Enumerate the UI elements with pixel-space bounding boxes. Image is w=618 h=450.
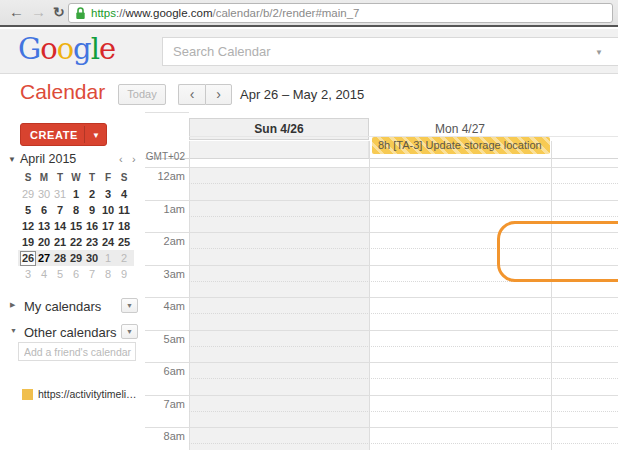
- google-logo-letter: o: [40, 32, 56, 66]
- mini-calendar-day[interactable]: 5: [20, 203, 36, 218]
- mini-calendar-day[interactable]: 23: [84, 235, 100, 250]
- hour-line: [145, 330, 618, 331]
- mini-calendar-day[interactable]: 4: [36, 267, 52, 282]
- mini-calendar-day[interactable]: 1: [68, 187, 84, 202]
- url-scheme: https: [91, 7, 116, 19]
- mini-calendar-day[interactable]: 2: [116, 251, 132, 266]
- mini-calendar-day[interactable]: 13: [36, 219, 52, 234]
- mini-calendar-day[interactable]: 24: [100, 235, 116, 250]
- mini-calendar-day[interactable]: 31: [52, 187, 68, 202]
- hour-line: [145, 427, 618, 428]
- other-calendars-menu-button[interactable]: ▼: [121, 324, 138, 339]
- my-calendars-label[interactable]: My calendars: [24, 299, 101, 314]
- mini-calendar-expander-icon[interactable]: ▼: [8, 155, 16, 164]
- mini-calendar-day[interactable]: 7: [52, 203, 68, 218]
- mini-calendar-day[interactable]: 7: [84, 267, 100, 282]
- search-options-caret-icon[interactable]: ▼: [595, 48, 603, 57]
- mini-calendar-dayhead: S: [116, 172, 132, 183]
- mini-calendar-day[interactable]: 2: [84, 187, 100, 202]
- back-icon[interactable]: ←: [9, 3, 24, 20]
- url-text: https://www.google.com/calendar/b/2/rend…: [91, 7, 360, 19]
- mini-calendar-day[interactable]: 8: [100, 267, 116, 282]
- mini-calendar-grid: 2930311234567891011121314151617181920212…: [20, 186, 132, 282]
- address-bar[interactable]: https://www.google.com/calendar/b/2/rend…: [68, 3, 613, 23]
- mini-calendar-day[interactable]: 8: [68, 203, 84, 218]
- url-separator: ://: [116, 7, 126, 19]
- mini-calendar-day[interactable]: 28: [52, 251, 68, 266]
- mini-calendar-day[interactable]: 11: [116, 203, 132, 218]
- search-input[interactable]: [163, 38, 618, 65]
- url-host: www.google.com: [126, 7, 213, 19]
- mini-calendar-day[interactable]: 9: [116, 267, 132, 282]
- other-calendars-label[interactable]: Other calendars: [24, 325, 117, 340]
- allday-cell-sun[interactable]: [189, 141, 369, 158]
- mini-calendar-day[interactable]: 22: [68, 235, 84, 250]
- half-hour-line: [189, 443, 618, 444]
- my-calendars-expander-icon[interactable]: ▶: [10, 301, 15, 309]
- today-column-highlight: [190, 167, 369, 450]
- week-view: Sun 4/26 Mon 4/27 GMT+02 12am1am2am3am4a…: [145, 110, 618, 450]
- google-header: Google ▼: [0, 29, 618, 74]
- sidebar: CREATE ▼ ▼ April 2015 ‹ › SMTWTFS 293031…: [0, 110, 145, 450]
- mini-calendar-day[interactable]: 30: [36, 187, 52, 202]
- mini-calendar-day[interactable]: 15: [68, 219, 84, 234]
- my-calendars-menu-button[interactable]: ▼: [121, 298, 138, 313]
- time-label: 7am: [145, 398, 185, 410]
- mini-calendar-day[interactable]: 1: [100, 251, 116, 266]
- mon-tue-divider: [551, 141, 552, 450]
- mini-calendar-day[interactable]: 5: [52, 267, 68, 282]
- mini-calendar-next-icon[interactable]: ›: [132, 153, 136, 165]
- today-button[interactable]: Today: [118, 84, 166, 105]
- mini-calendar-day[interactable]: 18: [116, 219, 132, 234]
- page-title: Calendar: [20, 80, 105, 104]
- reload-icon[interactable]: ↻: [53, 4, 65, 20]
- mini-calendar-dayheads: SMTWTFS: [20, 172, 132, 183]
- create-button[interactable]: CREATE ▼: [20, 123, 107, 146]
- other-calendars-row: ▼ Other calendars ▼: [0, 324, 145, 340]
- mini-calendar-day[interactable]: 6: [68, 267, 84, 282]
- calendar-color-swatch: [22, 389, 33, 400]
- mini-calendar-day[interactable]: 9: [84, 203, 100, 218]
- mini-calendar-day[interactable]: 29: [20, 187, 36, 202]
- other-calendars-expander-icon[interactable]: ▼: [10, 327, 17, 334]
- next-week-button[interactable]: ›: [205, 84, 232, 105]
- mini-calendar-day[interactable]: 30: [84, 251, 100, 266]
- mini-calendar-day[interactable]: 20: [36, 235, 52, 250]
- hour-line: [145, 167, 618, 168]
- create-caret-icon[interactable]: ▼: [92, 131, 100, 140]
- mini-calendar-day[interactable]: 16: [84, 219, 100, 234]
- half-hour-line: [189, 248, 618, 249]
- mini-calendar-day[interactable]: 29: [68, 251, 84, 266]
- forward-icon[interactable]: →: [31, 3, 46, 20]
- half-hour-line: [189, 346, 618, 347]
- mini-calendar-prev-icon[interactable]: ‹: [119, 153, 123, 165]
- mini-calendar-day[interactable]: 17: [100, 219, 116, 234]
- event-bar[interactable]: 8h [TA-3] Update storage location: [372, 137, 550, 154]
- other-calendar-item[interactable]: https://activitytimeline…: [22, 387, 138, 403]
- mini-calendar-day[interactable]: 10: [100, 203, 116, 218]
- time-label: 2am: [145, 235, 185, 247]
- mini-calendar-day[interactable]: 6: [36, 203, 52, 218]
- add-friend-calendar-input[interactable]: [18, 342, 136, 361]
- prev-week-button[interactable]: ‹: [178, 84, 205, 105]
- search-box: ▼: [162, 37, 618, 66]
- half-hour-line: [189, 411, 618, 412]
- mini-calendar-day[interactable]: 3: [100, 187, 116, 202]
- mini-calendar-week: 567891011: [20, 202, 132, 218]
- mini-calendar-day[interactable]: 27: [36, 251, 52, 266]
- mini-calendar-day[interactable]: 12: [20, 219, 36, 234]
- mini-calendar-day[interactable]: 19: [20, 235, 36, 250]
- mini-calendar-day[interactable]: 21: [52, 235, 68, 250]
- mini-calendar-day[interactable]: 14: [52, 219, 68, 234]
- mini-calendar-title: April 2015: [20, 152, 76, 166]
- mini-calendar-day[interactable]: 25: [116, 235, 132, 250]
- mini-calendar-day[interactable]: 26: [20, 251, 36, 266]
- google-logo-letter: o: [57, 32, 73, 66]
- time-label: 5am: [145, 333, 185, 345]
- hour-line: [145, 265, 618, 266]
- hour-line: [145, 232, 618, 233]
- half-hour-line: [189, 183, 618, 184]
- mini-calendar-day[interactable]: 3: [20, 267, 36, 282]
- mini-calendar-week: 3456789: [20, 266, 132, 282]
- mini-calendar-day[interactable]: 4: [116, 187, 132, 202]
